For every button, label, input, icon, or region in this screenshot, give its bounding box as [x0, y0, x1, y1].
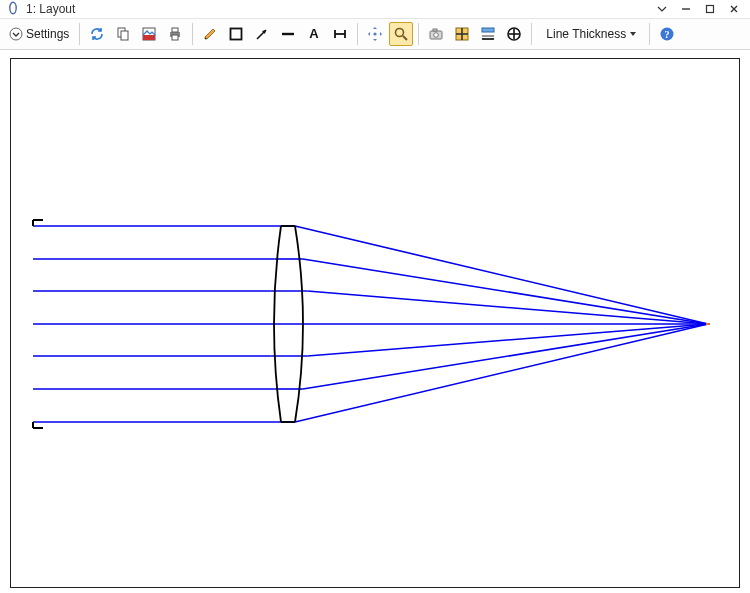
toolbar: Settings: [0, 19, 750, 50]
app-icon: [6, 1, 20, 18]
svg-rect-28: [482, 28, 494, 32]
line-tool[interactable]: [276, 22, 300, 46]
pan-icon: [367, 26, 383, 42]
window-root: 1: Layout Settings: [0, 0, 750, 593]
settings-label: Settings: [26, 27, 69, 41]
line-style-icon: [480, 26, 496, 42]
svg-point-3: [10, 28, 22, 40]
separator: [192, 23, 193, 45]
svg-text:A: A: [310, 26, 320, 41]
rectangle-icon: [228, 26, 244, 42]
svg-line-41: [303, 259, 708, 324]
svg-point-24: [434, 33, 439, 38]
optical-layout-diagram: [11, 59, 739, 587]
svg-line-50: [308, 324, 708, 356]
canvas-area: [0, 50, 750, 593]
axis-toggle-button[interactable]: [502, 22, 526, 46]
svg-point-20: [396, 29, 404, 37]
svg-rect-23: [433, 29, 437, 31]
zoom-tool[interactable]: [389, 22, 413, 46]
refresh-icon: [89, 26, 105, 42]
svg-rect-10: [172, 28, 178, 32]
svg-line-56: [295, 324, 708, 422]
svg-rect-7: [143, 35, 155, 40]
print-icon: [167, 26, 183, 42]
camera-button[interactable]: [424, 22, 448, 46]
separator: [649, 23, 650, 45]
line-icon: [280, 26, 296, 42]
arrow-tool[interactable]: [250, 22, 274, 46]
line-style-button[interactable]: [476, 22, 500, 46]
rectangle-tool[interactable]: [224, 22, 248, 46]
help-button[interactable]: ?: [655, 22, 679, 46]
minimize-button[interactable]: [676, 0, 696, 18]
layout-canvas[interactable]: [10, 58, 740, 588]
separator: [531, 23, 532, 45]
arrow-icon: [254, 26, 270, 42]
separator: [357, 23, 358, 45]
line-thickness-label: Line Thickness: [546, 27, 626, 41]
svg-line-53: [303, 324, 708, 389]
fit-window-button[interactable]: [450, 22, 474, 46]
svg-point-0: [10, 2, 16, 14]
dimension-tool[interactable]: [328, 22, 352, 46]
help-icon: ?: [659, 26, 675, 42]
save-image-button[interactable]: [137, 22, 161, 46]
line-thickness-dropdown[interactable]: Line Thickness: [537, 21, 644, 47]
svg-line-38: [295, 226, 708, 324]
save-image-icon: [141, 26, 157, 42]
copy-icon: [115, 26, 131, 42]
dimension-icon: [332, 26, 348, 42]
svg-text:?: ?: [665, 29, 670, 40]
refresh-button[interactable]: [85, 22, 109, 46]
print-button[interactable]: [163, 22, 187, 46]
svg-rect-2: [707, 6, 714, 13]
zoom-icon: [393, 26, 409, 42]
text-tool[interactable]: A: [302, 22, 326, 46]
chevron-down-icon: [9, 27, 23, 41]
close-button[interactable]: [724, 0, 744, 18]
pencil-tool[interactable]: [198, 22, 222, 46]
svg-rect-5: [121, 31, 128, 40]
settings-dropdown[interactable]: Settings: [4, 21, 74, 47]
pan-tool[interactable]: [363, 22, 387, 46]
camera-icon: [428, 26, 444, 42]
titlebar: 1: Layout: [0, 0, 750, 19]
copy-button[interactable]: [111, 22, 135, 46]
window-title: 1: Layout: [26, 2, 75, 16]
axis-toggle-icon: [506, 26, 522, 42]
chevron-down-icon: [629, 30, 637, 38]
pencil-icon: [202, 26, 218, 42]
svg-rect-12: [231, 29, 242, 40]
fit-icon: [454, 26, 470, 42]
separator: [418, 23, 419, 45]
svg-line-21: [403, 36, 407, 40]
svg-point-19: [374, 32, 377, 35]
svg-rect-11: [172, 35, 178, 40]
svg-line-44: [307, 291, 708, 324]
separator: [79, 23, 80, 45]
maximize-button[interactable]: [700, 0, 720, 18]
window-menu-button[interactable]: [652, 0, 672, 18]
text-icon: A: [306, 26, 322, 42]
